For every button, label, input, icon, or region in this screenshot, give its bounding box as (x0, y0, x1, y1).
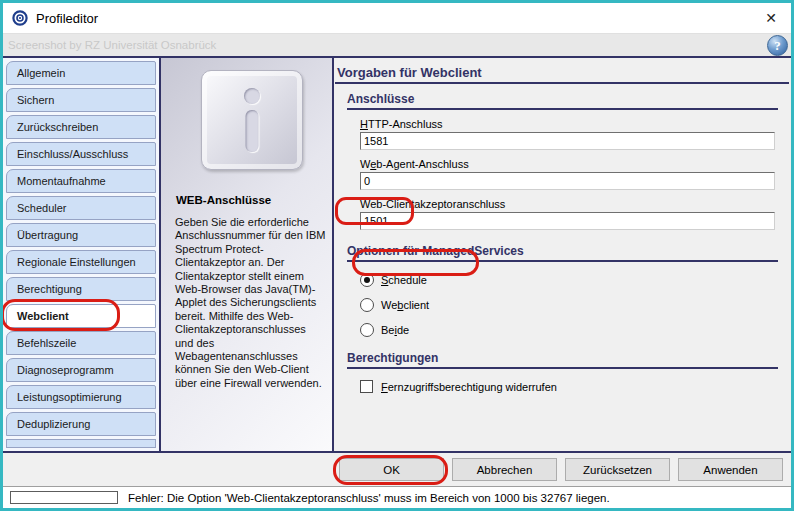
section-heading-berechtigungen: Berechtigungen (347, 351, 785, 365)
radio-schedule[interactable]: Schedule (360, 273, 791, 287)
info-icon-dot (244, 88, 260, 104)
info-panel: WEB-Anschlüsse Geben Sie die erforderlic… (161, 58, 334, 451)
category-sidebar: Allgemein Sichern Zurückschreiben Einsch… (3, 58, 161, 451)
section-heading-managed-services: Optionen für ManagedServices (347, 244, 785, 258)
title-rule (335, 82, 789, 84)
radio-webclient[interactable]: Webclient (360, 298, 791, 312)
watermark-text: Screenshot by RZ Universität Osnabrück (3, 34, 791, 56)
progress-bar (10, 491, 118, 504)
radio-webclient-label: Webclient (381, 299, 429, 311)
web-agent-port-label: Web-Agent-Anschluss (360, 158, 791, 170)
error-message: Fehler: Die Option 'Web-Clientakzeptoran… (128, 492, 610, 504)
sidebar-item-berechtigung[interactable]: Berechtigung (6, 277, 156, 301)
sidebar-item-leistungsoptimierung[interactable]: Leistungsoptimierung (6, 385, 156, 409)
radio-unselected-icon (360, 323, 374, 337)
cancel-button[interactable]: Abbrechen (452, 458, 557, 481)
radio-unselected-icon (360, 298, 374, 312)
window-title: Profileditor (36, 11, 98, 26)
section-rule (347, 260, 778, 262)
sidebar-item-allgemein[interactable]: Allgemein (6, 61, 156, 85)
http-port-input[interactable] (360, 132, 775, 150)
http-port-label: HTTP-Anschluss (360, 118, 791, 130)
reset-button[interactable]: Zurücksetzen (565, 458, 670, 481)
close-button[interactable]: ✕ (757, 5, 785, 31)
close-icon: ✕ (765, 10, 777, 26)
title-bar: Profileditor ✕ (3, 3, 791, 33)
sidebar-item-diagnoseprogramm[interactable]: Diagnoseprogramm (6, 358, 156, 382)
page-title: Vorgaben für Webclient (337, 65, 791, 80)
checkbox-icon (360, 380, 373, 393)
section-heading-anschluesse: Anschlüsse (347, 92, 785, 106)
sidebar-item-zurueckschreiben[interactable]: Zurückschreiben (6, 115, 156, 139)
help-button[interactable]: ? (767, 35, 788, 56)
sidebar-item-sichern[interactable]: Sichern (6, 88, 156, 112)
sidebar-item-einschluss-ausschluss[interactable]: Einschluss/Ausschluss (6, 142, 156, 166)
section-rule (347, 367, 778, 369)
web-client-acceptor-port-input[interactable] (360, 212, 775, 230)
radio-schedule-label: Schedule (381, 274, 427, 286)
ok-button[interactable]: OK (339, 458, 444, 481)
info-heading: WEB-Anschlüsse (176, 194, 324, 206)
sidebar-item-scheduler[interactable]: Scheduler (6, 196, 156, 220)
watermark-strip: Screenshot by RZ Universität Osnabrück ? (3, 33, 791, 56)
apply-button[interactable]: Anwenden (678, 458, 783, 481)
profileditor-window: Profileditor ✕ Screenshot by RZ Universi… (0, 0, 794, 511)
help-icon: ? (774, 38, 781, 54)
sidebar-item-uebertragung[interactable]: Übertragung (6, 223, 156, 247)
checkbox-remote-access-revoke[interactable]: Fernzugriffsberechtigung widerrufen (360, 380, 791, 393)
sidebar-filler (6, 439, 156, 448)
web-client-acceptor-port-label: Web-Clientakzeptoranschluss (360, 198, 791, 210)
info-icon (201, 70, 303, 170)
info-description: Geben Sie die erforderliche Anschlussnum… (175, 216, 327, 390)
sidebar-item-deduplizierung[interactable]: Deduplizierung (6, 412, 156, 436)
web-agent-port-input[interactable] (360, 172, 775, 190)
sidebar-item-befehlszeile[interactable]: Befehlszeile (6, 331, 156, 355)
app-logo-icon (12, 10, 28, 26)
sidebar-item-momentaufnahme[interactable]: Momentaufnahme (6, 169, 156, 193)
status-bar: Fehler: Die Option 'Web-Clientakzeptoran… (3, 486, 791, 508)
button-bar: OK Abbrechen Zurücksetzen Anwenden (3, 453, 791, 486)
sidebar-item-webclient[interactable]: Webclient (6, 304, 156, 328)
radio-beide[interactable]: Beide (360, 323, 791, 337)
checkbox-label: Fernzugriffsberechtigung widerrufen (381, 381, 557, 393)
settings-panel: Vorgaben für Webclient Anschlüsse HTTP-A… (334, 58, 791, 451)
radio-selected-icon (360, 273, 374, 287)
radio-beide-label: Beide (381, 324, 409, 336)
info-icon-stem (246, 110, 259, 152)
content-area: Allgemein Sichern Zurückschreiben Einsch… (3, 56, 791, 453)
sidebar-item-regionale-einstellungen[interactable]: Regionale Einstellungen (6, 250, 156, 274)
section-rule (347, 108, 778, 110)
